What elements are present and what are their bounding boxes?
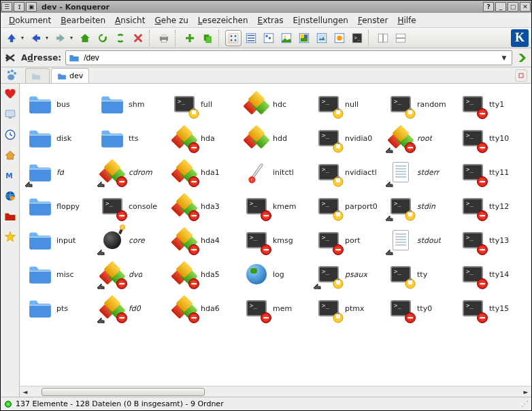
file-item[interactable]: random — [387, 89, 455, 119]
sizeview-button[interactable] — [296, 30, 312, 46]
listview-button[interactable] — [243, 30, 259, 46]
file-item[interactable]: hda6 — [171, 293, 239, 323]
address-input[interactable] — [82, 52, 497, 63]
address-dropdown[interactable]: ▼ — [499, 54, 509, 61]
pin-icon[interactable]: ⟟ — [14, 2, 24, 12]
heart-icon[interactable] — [4, 88, 16, 100]
up-button[interactable] — [3, 30, 20, 46]
menu-einstellungen[interactable]: Einstellungen — [289, 14, 352, 27]
file-item[interactable]: pts — [27, 293, 95, 323]
network-icon[interactable]: M — [4, 169, 16, 182]
horizontal-scrollbar[interactable]: ◄ ► — [20, 386, 531, 397]
file-item[interactable]: disk — [27, 123, 95, 153]
split-v-button[interactable] — [393, 30, 409, 46]
reload2-button[interactable] — [112, 30, 129, 46]
split-h-button[interactable] — [375, 30, 391, 46]
file-grid[interactable]: busdiskfdfloppyinputmiscptsshmttscdromco… — [20, 84, 531, 386]
terminal-button[interactable]: >_ — [349, 30, 365, 46]
file-item[interactable]: mem — [243, 293, 311, 323]
file-item[interactable]: nvidia0 — [315, 123, 383, 153]
file-item[interactable]: tts — [99, 123, 167, 153]
clock-icon[interactable] — [4, 129, 16, 141]
treeview-button[interactable] — [261, 30, 277, 46]
file-item[interactable]: hda3 — [171, 191, 239, 221]
gearview-button[interactable] — [331, 30, 348, 46]
file-item[interactable]: bus — [27, 89, 95, 119]
maximize-icon[interactable]: □ — [508, 2, 518, 12]
menu-bearbeiten[interactable]: Bearbeiten — [56, 14, 110, 27]
menu-extras[interactable]: Extras — [254, 14, 288, 27]
file-item[interactable]: cdrom — [99, 157, 167, 187]
photoview-button[interactable] — [314, 30, 330, 46]
file-item[interactable]: hdc — [243, 89, 311, 119]
clear-address-button[interactable] — [3, 51, 17, 65]
file-item[interactable]: log — [243, 259, 311, 289]
menu-ansicht[interactable]: Ansicht — [111, 14, 149, 27]
imageview-button[interactable] — [278, 30, 295, 46]
file-item[interactable]: hda4 — [171, 225, 239, 255]
file-item[interactable]: tty14 — [459, 259, 527, 289]
star-icon[interactable] — [4, 231, 16, 243]
file-item[interactable]: parport0 — [315, 191, 383, 221]
file-item[interactable]: port — [315, 225, 383, 255]
menu-icon[interactable]: ☰ — [1, 2, 12, 12]
resize-grip-icon[interactable]: ⋰ — [521, 399, 527, 408]
close-icon[interactable]: ✕ — [520, 2, 531, 12]
file-item[interactable]: hda — [171, 123, 239, 153]
newtab-button[interactable] — [182, 30, 198, 46]
scroll-right-button[interactable]: ► — [520, 387, 531, 397]
tab-close-button[interactable] — [515, 69, 527, 82]
root-folder-icon[interactable] — [4, 210, 16, 223]
file-item[interactable]: console — [99, 191, 167, 221]
file-item[interactable]: ptmx — [315, 293, 383, 323]
globe-icon[interactable] — [4, 190, 16, 202]
stop-button[interactable] — [130, 30, 146, 46]
file-item[interactable]: kmsg — [243, 225, 311, 255]
back-dropdown[interactable]: ▾ — [46, 35, 51, 41]
titlebar[interactable]: ☰ ⟟ ▣ dev - Konqueror ? _ □ ✕ — [1, 1, 531, 13]
file-item[interactable]: shm — [99, 89, 167, 119]
file-item[interactable]: hda1 — [171, 157, 239, 187]
file-item[interactable]: tty0 — [387, 293, 455, 323]
file-item[interactable]: stdout — [387, 225, 455, 255]
file-item[interactable]: dvd — [99, 259, 167, 289]
home-button[interactable] — [77, 30, 93, 46]
file-item[interactable]: fd0 — [99, 293, 167, 323]
file-item[interactable]: floppy — [27, 191, 95, 221]
file-item[interactable]: fd — [27, 157, 95, 187]
go-button[interactable] — [515, 51, 529, 65]
home-icon[interactable] — [4, 149, 16, 161]
file-item[interactable]: tty10 — [459, 123, 527, 153]
print-button[interactable] — [156, 30, 172, 46]
file-item[interactable]: full — [171, 89, 239, 119]
back-button[interactable] — [28, 30, 44, 46]
menu-dokument[interactable]: Dokument — [5, 14, 55, 27]
file-item[interactable]: stdin — [387, 191, 455, 221]
file-item[interactable]: tty11 — [459, 157, 527, 187]
copytab-button[interactable] — [199, 30, 216, 46]
scroll-thumb[interactable] — [41, 388, 205, 396]
file-item[interactable]: misc — [27, 259, 95, 289]
minimize-icon[interactable]: _ — [495, 2, 506, 12]
menu-gehe-zu[interactable]: Gehe zu — [150, 14, 192, 27]
reload-button[interactable] — [95, 30, 111, 46]
file-item[interactable]: tty15 — [459, 293, 527, 323]
file-item[interactable]: stderr — [387, 157, 455, 187]
sticky-icon[interactable]: ▣ — [26, 2, 37, 12]
forward-dropdown[interactable]: ▾ — [70, 35, 76, 41]
file-item[interactable]: input — [27, 225, 95, 255]
file-item[interactable]: nvidiactl — [315, 157, 383, 187]
file-item[interactable]: hda5 — [171, 259, 239, 289]
file-item[interactable]: root — [387, 123, 455, 153]
file-item[interactable]: tty13 — [459, 225, 527, 255]
file-item[interactable]: tty — [387, 259, 455, 289]
tab-active[interactable]: dev — [51, 68, 89, 83]
menu-lesezeichen[interactable]: Lesezeichen — [194, 14, 252, 27]
address-input-wrap[interactable]: ▼ — [65, 50, 512, 65]
desktop-icon[interactable] — [4, 108, 16, 120]
file-item[interactable]: tty12 — [459, 191, 527, 221]
file-item[interactable]: initctl — [243, 157, 311, 187]
file-item[interactable]: psaux — [315, 259, 383, 289]
scroll-left-button[interactable]: ◄ — [20, 387, 31, 397]
tab-inactive[interactable] — [25, 68, 50, 83]
